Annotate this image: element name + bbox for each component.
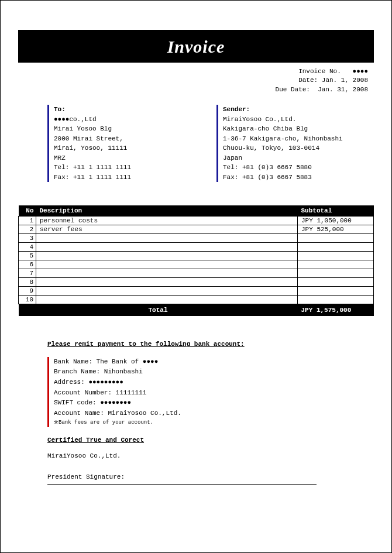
bank-details-block: Bank Name: The Bank of ●●●● Branch Name:… [47,357,350,427]
row-no: 3 [19,234,36,243]
sender-line1: Kakigara-cho Chiba Blg [223,124,368,134]
to-heading: To: [54,105,199,115]
to-tel: Tel: +11 1 1111 1111 [54,163,199,173]
certification-heading: Certified True and Corect [47,435,350,446]
row-subtotal: JPY 525,000 [298,225,374,234]
branch-name: Branch Name: Nihonbashi [54,367,350,377]
payment-section: Please remit payment to the following ba… [18,339,374,484]
sender-name: MiraiYosoo Co.,Ltd. [223,115,368,125]
row-subtotal: JPY 1,050,000 [298,217,374,225]
to-line3: Mirai, Yosoo, 11111 [54,143,199,153]
row-desc [36,278,298,287]
row-desc [36,234,298,243]
table-row: 8 [19,278,374,287]
invoice-no-value: ●●●● [353,68,368,75]
row-desc [36,287,298,296]
due-date-value: Jan. 31, 2008 [318,86,368,93]
title-bar: Invoice [18,30,374,63]
sender-address-block: Sender: MiraiYosoo Co.,Ltd. Kakigara-cho… [216,105,368,182]
bank-address: Address: ●●●●●●●●● [54,377,350,388]
row-subtotal [298,234,374,243]
row-no: 8 [19,278,36,287]
cert-company: MiraiYosoo Co.,Ltd. [47,451,350,462]
payment-heading: Please remit payment to the following ba… [47,339,350,350]
row-no: 1 [19,217,36,225]
total-label: Total [19,304,298,317]
row-no: 5 [19,252,36,260]
bank-name: Bank Name: The Bank of ●●●● [54,357,350,367]
row-no: 7 [19,269,36,278]
total-value: JPY 1,575,000 [298,304,374,317]
row-desc: personnel costs [36,217,298,225]
row-subtotal [298,278,374,287]
account-number: Account Number: 11111111 [54,388,350,399]
row-subtotal [298,287,374,296]
table-row: 2server feesJPY 525,000 [19,225,374,234]
date-value: Jan. 1, 2008 [322,77,368,84]
to-line1: Mirai Yosoo Blg [54,124,199,134]
row-no: 4 [19,243,36,252]
table-row: 1personnel costsJPY 1,050,000 [19,217,374,225]
row-subtotal [298,252,374,260]
sender-tel: Tel: +81 (0)3 6667 5880 [223,163,368,173]
invoice-no-label: Invoice No. [298,68,341,75]
row-subtotal [298,243,374,252]
account-name: Account Name: MiraiYosoo Co.,Ltd. [54,408,350,419]
col-sub-header: Subtotal [298,205,374,217]
signature-label: President Signature: [47,473,125,480]
sender-line2: 1-36-7 Kakigara-cho, Nihonbashi [223,134,368,144]
row-desc [36,296,298,304]
to-name: ●●●●co.,Ltd [54,115,199,125]
table-row: 3 [19,234,374,243]
table-row: 10 [19,296,374,304]
sender-country: Japan [223,153,368,163]
invoice-page: Invoice Invoice No. ●●●● Date: Jan. 1, 2… [0,0,392,553]
to-address-block: To: ●●●●co.,Ltd Mirai Yosoo Blg 2000 Mir… [47,105,199,182]
table-row: 7 [19,269,374,278]
col-desc-header: Description [36,205,298,217]
row-desc: server fees [36,225,298,234]
table-row: 6 [19,260,374,269]
to-country: MRZ [54,153,199,163]
col-no-header: No [19,205,36,217]
table-row: 5 [19,252,374,260]
invoice-meta: Invoice No. ●●●● Date: Jan. 1, 2008 Due … [18,67,374,94]
row-subtotal [298,296,374,304]
row-desc [36,243,298,252]
signature-line: President Signature: [47,472,317,485]
row-no: 2 [19,225,36,234]
date-label: Date: [298,77,318,84]
items-table: No Description Subtotal 1personnel costs… [18,205,374,316]
due-date-label: Due Date: [276,86,310,93]
bank-fee-note: ※Bank fees are of your account. [54,418,350,427]
row-no: 6 [19,260,36,269]
row-no: 10 [19,296,36,304]
row-subtotal [298,260,374,269]
to-fax: Fax: +11 1 1111 1111 [54,173,199,183]
swift-code: SWIFT code: ●●●●●●●● [54,398,350,408]
sender-line3: Chuou-ku, Tokyo, 103-0014 [223,143,368,153]
row-desc [36,269,298,278]
document-title: Invoice [18,37,374,57]
row-no: 9 [19,287,36,296]
row-subtotal [298,269,374,278]
to-line2: 2000 Mirai Street, [54,134,199,144]
sender-fax: Fax: +81 (0)3 6667 5883 [223,173,368,183]
row-desc [36,252,298,260]
table-row: 4 [19,243,374,252]
table-row: 9 [19,287,374,296]
address-row: To: ●●●●co.,Ltd Mirai Yosoo Blg 2000 Mir… [18,105,374,182]
sender-heading: Sender: [223,105,368,115]
row-desc [36,260,298,269]
